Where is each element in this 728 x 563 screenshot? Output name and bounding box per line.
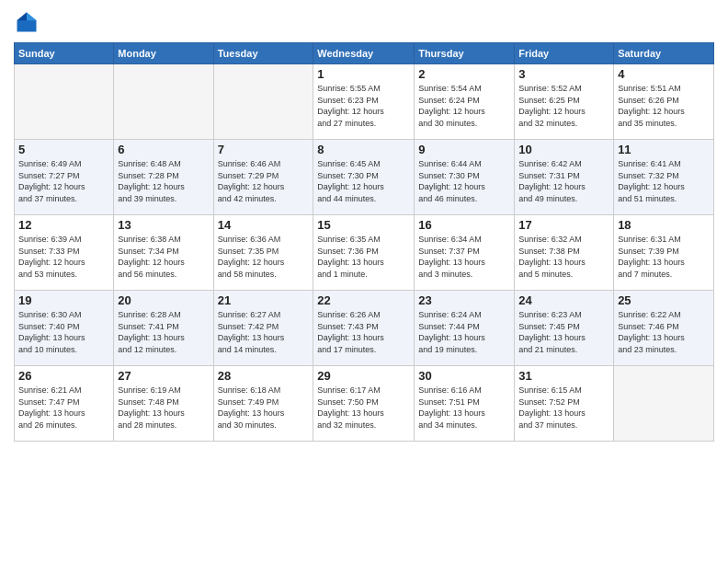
- calendar-cell: [15, 64, 114, 140]
- day-info: Sunrise: 6:26 AM Sunset: 7:43 PM Dayligh…: [317, 309, 410, 355]
- day-number: 2: [418, 67, 510, 81]
- day-info: Sunrise: 6:31 AM Sunset: 7:39 PM Dayligh…: [618, 234, 710, 280]
- calendar-cell: 15Sunrise: 6:35 AM Sunset: 7:36 PM Dayli…: [313, 215, 415, 291]
- day-info: Sunrise: 6:49 AM Sunset: 7:27 PM Dayligh…: [18, 158, 109, 204]
- calendar-cell: 30Sunrise: 6:16 AM Sunset: 7:51 PM Dayli…: [415, 366, 515, 442]
- day-info: Sunrise: 5:54 AM Sunset: 6:24 PM Dayligh…: [418, 83, 510, 129]
- calendar-cell: 6Sunrise: 6:48 AM Sunset: 7:28 PM Daylig…: [114, 140, 213, 215]
- day-info: Sunrise: 6:16 AM Sunset: 7:51 PM Dayligh…: [418, 385, 510, 431]
- weekday-header-saturday: Saturday: [614, 43, 714, 64]
- day-info: Sunrise: 6:21 AM Sunset: 7:47 PM Dayligh…: [18, 385, 109, 431]
- calendar-cell: 19Sunrise: 6:30 AM Sunset: 7:40 PM Dayli…: [15, 291, 114, 366]
- day-info: Sunrise: 6:32 AM Sunset: 7:38 PM Dayligh…: [518, 234, 609, 280]
- day-number: 23: [418, 293, 510, 307]
- day-number: 5: [18, 143, 109, 156]
- calendar-cell: 24Sunrise: 6:23 AM Sunset: 7:45 PM Dayli…: [515, 291, 614, 366]
- day-number: 24: [518, 293, 609, 307]
- calendar-cell: 31Sunrise: 6:15 AM Sunset: 7:52 PM Dayli…: [515, 366, 614, 442]
- day-number: 13: [118, 218, 209, 232]
- day-number: 15: [317, 218, 410, 232]
- calendar-cell: 8Sunrise: 6:45 AM Sunset: 7:30 PM Daylig…: [313, 140, 415, 215]
- calendar-cell: 3Sunrise: 5:52 AM Sunset: 6:25 PM Daylig…: [515, 64, 614, 140]
- weekday-header-friday: Friday: [515, 43, 614, 64]
- day-number: 17: [518, 218, 609, 232]
- day-info: Sunrise: 6:18 AM Sunset: 7:49 PM Dayligh…: [218, 385, 310, 431]
- day-info: Sunrise: 6:44 AM Sunset: 7:30 PM Dayligh…: [418, 158, 510, 204]
- calendar-cell: 7Sunrise: 6:46 AM Sunset: 7:29 PM Daylig…: [213, 140, 313, 215]
- day-info: Sunrise: 5:55 AM Sunset: 6:23 PM Dayligh…: [317, 83, 410, 129]
- calendar-cell: 18Sunrise: 6:31 AM Sunset: 7:39 PM Dayli…: [614, 215, 714, 291]
- weekday-header-tuesday: Tuesday: [213, 43, 313, 64]
- logo: [14, 9, 41, 35]
- day-number: 29: [317, 369, 410, 383]
- calendar-cell: 13Sunrise: 6:38 AM Sunset: 7:34 PM Dayli…: [114, 215, 213, 291]
- day-number: 12: [18, 218, 109, 232]
- calendar-cell: [213, 64, 313, 140]
- day-info: Sunrise: 6:38 AM Sunset: 7:34 PM Dayligh…: [118, 234, 209, 280]
- day-number: 3: [518, 67, 609, 81]
- weekday-header-wednesday: Wednesday: [313, 43, 415, 64]
- weekday-header-monday: Monday: [114, 43, 213, 64]
- weekday-header-thursday: Thursday: [415, 43, 515, 64]
- calendar-cell: 16Sunrise: 6:34 AM Sunset: 7:37 PM Dayli…: [415, 215, 515, 291]
- day-number: 16: [418, 218, 510, 232]
- day-info: Sunrise: 5:51 AM Sunset: 6:26 PM Dayligh…: [618, 83, 710, 129]
- day-number: 19: [18, 293, 109, 307]
- header: [14, 9, 714, 35]
- calendar-cell: 26Sunrise: 6:21 AM Sunset: 7:47 PM Dayli…: [15, 366, 114, 442]
- day-number: 26: [18, 369, 109, 383]
- day-number: 14: [218, 218, 310, 232]
- calendar-cell: 25Sunrise: 6:22 AM Sunset: 7:46 PM Dayli…: [614, 291, 714, 366]
- calendar-cell: 12Sunrise: 6:39 AM Sunset: 7:33 PM Dayli…: [15, 215, 114, 291]
- day-info: Sunrise: 6:42 AM Sunset: 7:31 PM Dayligh…: [518, 158, 609, 204]
- day-number: 18: [618, 218, 710, 232]
- calendar-cell: 5Sunrise: 6:49 AM Sunset: 7:27 PM Daylig…: [15, 140, 114, 215]
- calendar-cell: 21Sunrise: 6:27 AM Sunset: 7:42 PM Dayli…: [213, 291, 313, 366]
- day-number: 20: [118, 293, 209, 307]
- day-info: Sunrise: 6:23 AM Sunset: 7:45 PM Dayligh…: [518, 309, 609, 355]
- calendar-cell: 14Sunrise: 6:36 AM Sunset: 7:35 PM Dayli…: [213, 215, 313, 291]
- day-number: 30: [418, 369, 510, 383]
- calendar-cell: 2Sunrise: 5:54 AM Sunset: 6:24 PM Daylig…: [415, 64, 515, 140]
- day-number: 31: [518, 369, 609, 383]
- day-info: Sunrise: 6:24 AM Sunset: 7:44 PM Dayligh…: [418, 309, 510, 355]
- day-info: Sunrise: 6:19 AM Sunset: 7:48 PM Dayligh…: [118, 385, 209, 431]
- calendar-cell: 9Sunrise: 6:44 AM Sunset: 7:30 PM Daylig…: [415, 140, 515, 215]
- day-number: 22: [317, 293, 410, 307]
- week-row-5: 26Sunrise: 6:21 AM Sunset: 7:47 PM Dayli…: [15, 366, 714, 442]
- calendar-cell: 4Sunrise: 5:51 AM Sunset: 6:26 PM Daylig…: [614, 64, 714, 140]
- calendar-cell: 11Sunrise: 6:41 AM Sunset: 7:32 PM Dayli…: [614, 140, 714, 215]
- calendar-cell: 20Sunrise: 6:28 AM Sunset: 7:41 PM Dayli…: [114, 291, 213, 366]
- day-number: 4: [618, 67, 710, 81]
- svg-marker-2: [17, 13, 28, 21]
- day-info: Sunrise: 6:30 AM Sunset: 7:40 PM Dayligh…: [18, 309, 109, 355]
- week-row-3: 12Sunrise: 6:39 AM Sunset: 7:33 PM Dayli…: [15, 215, 714, 291]
- calendar-cell: 23Sunrise: 6:24 AM Sunset: 7:44 PM Dayli…: [415, 291, 515, 366]
- day-number: 7: [218, 143, 310, 156]
- weekday-header-row: SundayMondayTuesdayWednesdayThursdayFrid…: [15, 43, 714, 64]
- day-number: 25: [618, 293, 710, 307]
- day-info: Sunrise: 6:36 AM Sunset: 7:35 PM Dayligh…: [218, 234, 310, 280]
- day-number: 9: [418, 143, 510, 156]
- week-row-2: 5Sunrise: 6:49 AM Sunset: 7:27 PM Daylig…: [15, 140, 714, 215]
- day-info: Sunrise: 6:22 AM Sunset: 7:46 PM Dayligh…: [618, 309, 710, 355]
- logo-icon: [14, 9, 40, 35]
- day-info: Sunrise: 6:35 AM Sunset: 7:36 PM Dayligh…: [317, 234, 410, 280]
- day-number: 27: [118, 369, 209, 383]
- day-info: Sunrise: 6:45 AM Sunset: 7:30 PM Dayligh…: [317, 158, 410, 204]
- day-number: 8: [317, 143, 410, 156]
- day-info: Sunrise: 6:41 AM Sunset: 7:32 PM Dayligh…: [618, 158, 710, 204]
- week-row-1: 1Sunrise: 5:55 AM Sunset: 6:23 PM Daylig…: [15, 64, 714, 140]
- calendar-cell: [614, 366, 714, 442]
- day-info: Sunrise: 5:52 AM Sunset: 6:25 PM Dayligh…: [518, 83, 609, 129]
- day-info: Sunrise: 6:15 AM Sunset: 7:52 PM Dayligh…: [518, 385, 609, 431]
- calendar-cell: 28Sunrise: 6:18 AM Sunset: 7:49 PM Dayli…: [213, 366, 313, 442]
- calendar: SundayMondayTuesdayWednesdayThursdayFrid…: [14, 42, 714, 442]
- calendar-cell: 10Sunrise: 6:42 AM Sunset: 7:31 PM Dayli…: [515, 140, 614, 215]
- day-info: Sunrise: 6:48 AM Sunset: 7:28 PM Dayligh…: [118, 158, 209, 204]
- calendar-cell: 29Sunrise: 6:17 AM Sunset: 7:50 PM Dayli…: [313, 366, 415, 442]
- day-number: 1: [317, 67, 410, 81]
- week-row-4: 19Sunrise: 6:30 AM Sunset: 7:40 PM Dayli…: [15, 291, 714, 366]
- day-info: Sunrise: 6:39 AM Sunset: 7:33 PM Dayligh…: [18, 234, 109, 280]
- page: SundayMondayTuesdayWednesdayThursdayFrid…: [0, 0, 728, 563]
